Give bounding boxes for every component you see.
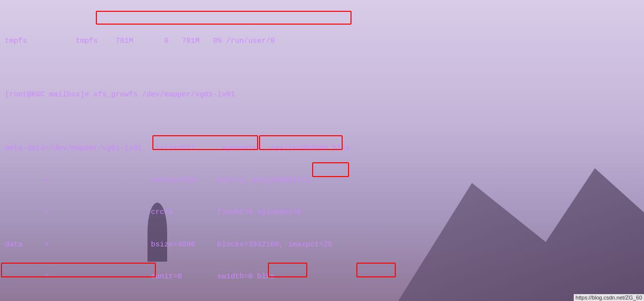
prompt-text: [root@KGC mailbox]# bbox=[5, 90, 93, 100]
command-text: xfs_growfs /dev/mapper/vg01-lv01 bbox=[93, 90, 235, 100]
line-tmpfs-top: tmpfs tmpfs 781M 0 781M 0% /run/user/0 bbox=[5, 36, 639, 47]
line-meta3: = crc=1 finobt=0 spinodes=0 bbox=[5, 207, 639, 218]
terminal-output: tmpfs tmpfs 781M 0 781M 0% /run/user/0 [… bbox=[0, 0, 644, 301]
line-meta1: meta-data=/dev/mapper/vg01-lv01 isize=51… bbox=[5, 143, 639, 154]
line-data1: data = bsize=4096 blocks=3932160, imaxpc… bbox=[5, 240, 639, 250]
line-data2: = sunit=0 swidth=0 blks bbox=[5, 271, 639, 282]
line-prompt-growfs: [root@KGC mailbox]# xfs_growfs /dev/mapp… bbox=[5, 90, 639, 100]
line-text: tmpfs tmpfs 781M 0 781M 0% /run/user/0 bbox=[5, 36, 275, 47]
line-meta2: = sectsz=512 attr=2, projid32bit=1 bbox=[5, 175, 639, 186]
url-bar: https://blog.csdn.net/ZG_60 bbox=[574, 294, 644, 301]
